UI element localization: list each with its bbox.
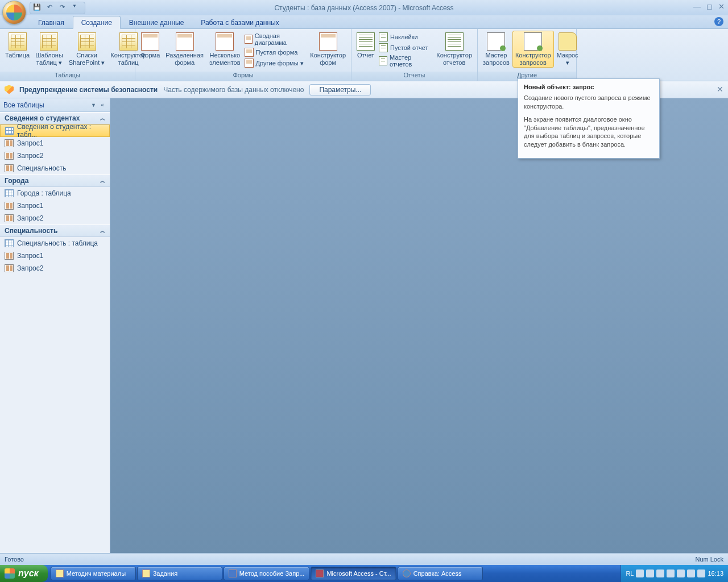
sharepoint-lists-button[interactable]: Списки SharePoint ▾ <box>66 31 107 68</box>
app-icon <box>316 569 324 577</box>
nav-item[interactable]: Запрос1 <box>0 250 110 262</box>
tray-icon[interactable] <box>636 569 644 577</box>
query-icon <box>5 139 14 147</box>
report-wizard-button[interactable]: Мастер отчетов <box>378 53 433 68</box>
chevron-up-icon[interactable]: ︽ <box>100 115 105 122</box>
nav-item[interactable]: Запрос2 <box>0 149 110 162</box>
close-button[interactable]: ✕ <box>718 2 725 11</box>
redo-icon[interactable]: ↷ <box>57 3 67 13</box>
nav-item-label: Запрос2 <box>17 264 43 272</box>
office-button[interactable] <box>2 1 26 24</box>
tray-icon[interactable] <box>646 569 654 577</box>
qat-more-icon[interactable]: ▼ <box>70 3 79 13</box>
query-design-button[interactable]: Конструктор запросов <box>512 31 554 68</box>
nav-item-label: Запрос1 <box>17 202 43 210</box>
query-wizard-icon <box>487 32 505 51</box>
multi-items-button[interactable]: Несколько элементов <box>206 31 243 68</box>
chevron-up-icon[interactable]: ︽ <box>100 227 105 235</box>
form-design-button[interactable]: Конструктор форм <box>307 31 349 68</box>
table-templates-icon <box>40 32 58 51</box>
tab-external[interactable]: Внешние данные <box>121 16 193 28</box>
tray-icon[interactable] <box>687 569 695 577</box>
taskbar-button[interactable]: Методич материалы <box>51 567 136 580</box>
query-wizard-button[interactable]: Мастер запросов <box>480 31 512 68</box>
split-form-button[interactable]: Разделенная форма <box>163 31 206 68</box>
nav-item[interactable]: Запрос1 <box>0 137 110 149</box>
taskbar-button[interactable]: Microsoft Access - Ст... <box>311 567 396 580</box>
nav-item[interactable]: Запрос2 <box>0 212 110 225</box>
tray-icon[interactable] <box>667 569 675 577</box>
nav-item[interactable]: Специальность : таблица <box>0 237 110 250</box>
nav-item-label: Сведения о студентах : табл... <box>17 123 105 139</box>
chevron-up-icon[interactable]: ︽ <box>100 177 105 185</box>
minimize-button[interactable]: — <box>693 2 701 11</box>
macro-button[interactable]: Макрос ▾ <box>554 31 581 68</box>
status-left: Готово <box>5 556 24 563</box>
nav-group-header[interactable]: Специальность︽ <box>0 225 110 237</box>
blank-form-button[interactable]: Пустая форма <box>243 47 308 57</box>
save-icon[interactable]: 💾 <box>32 3 42 13</box>
report-design-icon <box>445 32 464 51</box>
ribbon-tabs: Главная Создание Внешние данные Работа с… <box>0 15 728 29</box>
maximize-button[interactable]: ◻ <box>706 2 713 11</box>
nav-item[interactable]: Города : таблица <box>0 187 110 199</box>
collapse-pane-icon[interactable]: « <box>98 102 106 108</box>
taskbar-button[interactable]: Метод пособие Запр... <box>224 567 310 580</box>
tab-create[interactable]: Создание <box>73 16 121 29</box>
security-options-button[interactable]: Параметры... <box>309 84 371 95</box>
tab-dbtools[interactable]: Работа с базами данных <box>192 16 287 28</box>
report-button[interactable]: Отчет <box>354 31 378 61</box>
security-message: Часть содержимого базы данных отключено <box>163 86 304 94</box>
nav-header[interactable]: Все таблицы ▼ « <box>0 98 110 112</box>
status-right: Num Lock <box>695 556 723 563</box>
report-icon <box>357 32 375 51</box>
help-icon[interactable]: ? <box>714 17 723 26</box>
group-label: Таблицы <box>0 72 135 81</box>
tooltip-query-design: Новый объект: запрос Создание нового пус… <box>518 78 660 159</box>
tray-icon[interactable] <box>677 569 685 577</box>
shield-icon <box>5 85 14 94</box>
nav-item[interactable]: Запрос1 <box>0 199 110 212</box>
group-other: Мастер запросов Конструктор запросов Мак… <box>478 29 577 81</box>
labels-button[interactable]: Наклейки <box>378 32 433 42</box>
app-icon <box>229 569 237 577</box>
nav-item[interactable]: Сведения о студентах : табл... <box>0 124 110 137</box>
nav-item-label: Города : таблица <box>17 189 71 197</box>
blank-report-button[interactable]: Пустой отчет <box>378 43 433 53</box>
table-templates-button[interactable]: Шаблоны таблиц ▾ <box>32 31 66 68</box>
nav-item[interactable]: Специальность <box>0 162 110 174</box>
tab-home[interactable]: Главная <box>30 16 73 28</box>
group-label: Отчеты <box>351 72 477 81</box>
input-lang[interactable]: RL <box>626 570 634 577</box>
clock[interactable]: 16:13 <box>708 570 723 577</box>
nav-item-label: Запрос1 <box>17 139 43 147</box>
split-form-icon <box>176 32 194 51</box>
nav-group-header[interactable]: Города︽ <box>0 174 110 187</box>
nav-group-title: Специальность <box>5 227 57 235</box>
report-wizard-icon <box>379 56 387 65</box>
workspace: Все таблицы ▼ « Сведения о студентах︽Све… <box>0 98 728 553</box>
query-icon <box>5 252 14 260</box>
pivot-chart-button[interactable]: Сводная диаграмма <box>243 32 308 47</box>
tray-icon[interactable] <box>656 569 664 577</box>
nav-item[interactable]: Запрос2 <box>0 262 110 275</box>
nav-group-title: Сведения о студентах <box>5 114 80 122</box>
tray-icon[interactable] <box>697 569 705 577</box>
taskbar-button-label: Методич материалы <box>67 570 126 577</box>
security-close-icon[interactable]: ✕ <box>717 85 723 94</box>
taskbar: пуск Методич материалыЗаданияМетод пособ… <box>0 565 728 582</box>
group-reports: Отчет Наклейки Пустой отчет Мастер отчет… <box>351 29 478 81</box>
nav-item-label: Специальность : таблица <box>17 239 98 247</box>
taskbar-button[interactable]: Задания <box>137 567 222 580</box>
taskbar-button[interactable]: Справка: Access <box>398 567 483 580</box>
table-button[interactable]: Таблица <box>2 31 32 61</box>
multi-items-icon <box>216 32 234 51</box>
report-design-button[interactable]: Конструктор отчетов <box>433 31 475 68</box>
chevron-down-icon[interactable]: ▼ <box>91 102 96 108</box>
more-forms-button[interactable]: Другие формы ▾ <box>243 58 308 68</box>
form-button[interactable]: Форма <box>138 31 163 61</box>
undo-icon[interactable]: ↶ <box>45 3 54 13</box>
start-button[interactable]: пуск <box>0 565 48 582</box>
nav-item-label: Запрос2 <box>17 152 43 160</box>
table-icon <box>5 127 14 135</box>
